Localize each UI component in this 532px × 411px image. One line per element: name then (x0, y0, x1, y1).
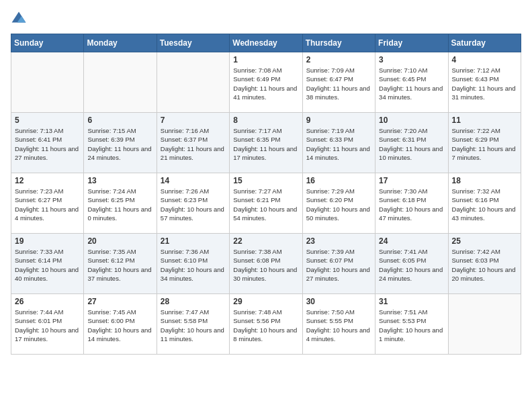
day-number: 13 (87, 176, 152, 185)
day-info: Sunrise: 7:29 AM Sunset: 6:20 PM Dayligh… (306, 187, 371, 222)
calendar-week-row: 12Sunrise: 7:23 AM Sunset: 6:27 PM Dayli… (11, 173, 521, 234)
day-number: 4 (452, 55, 517, 64)
day-number: 3 (379, 55, 444, 64)
day-number: 15 (233, 176, 298, 185)
day-info: Sunrise: 7:17 AM Sunset: 6:35 PM Dayligh… (233, 126, 298, 162)
day-info: Sunrise: 7:41 AM Sunset: 6:05 PM Dayligh… (379, 247, 444, 283)
day-cell: 9Sunrise: 7:19 AM Sunset: 6:33 PM Daylig… (302, 113, 375, 173)
weekday-header: Thursday (302, 34, 375, 52)
day-number: 27 (87, 297, 152, 306)
day-info: Sunrise: 7:10 AM Sunset: 6:45 PM Dayligh… (379, 66, 444, 101)
weekday-header: Monday (84, 34, 157, 52)
day-number: 20 (87, 236, 152, 246)
day-info: Sunrise: 7:51 AM Sunset: 5:53 PM Dayligh… (379, 308, 444, 343)
weekday-header: Tuesday (157, 34, 229, 52)
weekday-header: Wednesday (230, 34, 302, 52)
day-info: Sunrise: 7:08 AM Sunset: 6:49 PM Dayligh… (233, 66, 298, 101)
day-cell: 16Sunrise: 7:29 AM Sunset: 6:20 PM Dayli… (302, 173, 375, 234)
day-cell: 26Sunrise: 7:44 AM Sunset: 6:01 PM Dayli… (11, 294, 84, 355)
day-info: Sunrise: 7:33 AM Sunset: 6:14 PM Dayligh… (15, 247, 80, 283)
day-info: Sunrise: 7:19 AM Sunset: 6:33 PM Dayligh… (306, 126, 371, 162)
day-cell: 7Sunrise: 7:16 AM Sunset: 6:37 PM Daylig… (157, 113, 229, 173)
logo (11, 11, 28, 27)
day-info: Sunrise: 7:16 AM Sunset: 6:37 PM Dayligh… (161, 126, 226, 162)
calendar-body: 1Sunrise: 7:08 AM Sunset: 6:49 PM Daylig… (11, 52, 521, 355)
day-number: 9 (306, 116, 371, 125)
day-info: Sunrise: 7:13 AM Sunset: 6:41 PM Dayligh… (15, 126, 80, 162)
day-cell: 22Sunrise: 7:38 AM Sunset: 6:08 PM Dayli… (230, 234, 302, 294)
day-info: Sunrise: 7:09 AM Sunset: 6:47 PM Dayligh… (306, 66, 371, 101)
day-info: Sunrise: 7:12 AM Sunset: 6:43 PM Dayligh… (452, 66, 517, 101)
day-number: 14 (161, 176, 226, 185)
day-info: Sunrise: 7:35 AM Sunset: 6:12 PM Dayligh… (87, 247, 152, 283)
day-cell: 11Sunrise: 7:22 AM Sunset: 6:29 PM Dayli… (448, 113, 521, 173)
empty-cell (157, 52, 229, 113)
day-info: Sunrise: 7:45 AM Sunset: 6:00 PM Dayligh… (87, 308, 152, 343)
day-number: 11 (452, 116, 517, 125)
day-number: 10 (379, 116, 444, 125)
day-cell: 14Sunrise: 7:26 AM Sunset: 6:23 PM Dayli… (157, 173, 229, 234)
day-number: 7 (161, 116, 226, 125)
day-info: Sunrise: 7:39 AM Sunset: 6:07 PM Dayligh… (306, 247, 371, 283)
day-number: 30 (306, 297, 371, 306)
empty-cell (11, 52, 84, 113)
calendar-week-row: 26Sunrise: 7:44 AM Sunset: 6:01 PM Dayli… (11, 294, 521, 355)
day-cell: 2Sunrise: 7:09 AM Sunset: 6:47 PM Daylig… (302, 52, 375, 113)
day-cell: 12Sunrise: 7:23 AM Sunset: 6:27 PM Dayli… (11, 173, 84, 234)
calendar-week-row: 1Sunrise: 7:08 AM Sunset: 6:49 PM Daylig… (11, 52, 521, 113)
day-cell: 25Sunrise: 7:42 AM Sunset: 6:03 PM Dayli… (448, 234, 521, 294)
day-info: Sunrise: 7:22 AM Sunset: 6:29 PM Dayligh… (452, 126, 517, 162)
day-number: 29 (233, 297, 298, 306)
day-cell: 18Sunrise: 7:32 AM Sunset: 6:16 PM Dayli… (448, 173, 521, 234)
day-info: Sunrise: 7:47 AM Sunset: 5:58 PM Dayligh… (161, 308, 226, 343)
day-cell: 10Sunrise: 7:20 AM Sunset: 6:31 PM Dayli… (375, 113, 448, 173)
empty-cell (84, 52, 157, 113)
day-number: 2 (306, 55, 371, 64)
weekday-header: Friday (375, 34, 448, 52)
day-number: 28 (161, 297, 226, 306)
calendar-week-row: 19Sunrise: 7:33 AM Sunset: 6:14 PM Dayli… (11, 234, 521, 294)
weekday-header: Sunday (11, 34, 84, 52)
calendar-week-row: 5Sunrise: 7:13 AM Sunset: 6:41 PM Daylig… (11, 113, 521, 173)
day-cell: 30Sunrise: 7:50 AM Sunset: 5:55 PM Dayli… (302, 294, 375, 355)
day-cell: 23Sunrise: 7:39 AM Sunset: 6:07 PM Dayli… (302, 234, 375, 294)
day-cell: 4Sunrise: 7:12 AM Sunset: 6:43 PM Daylig… (448, 52, 521, 113)
day-number: 5 (15, 116, 80, 125)
day-cell: 19Sunrise: 7:33 AM Sunset: 6:14 PM Dayli… (11, 234, 84, 294)
day-cell: 8Sunrise: 7:17 AM Sunset: 6:35 PM Daylig… (230, 113, 302, 173)
day-info: Sunrise: 7:36 AM Sunset: 6:10 PM Dayligh… (161, 247, 226, 283)
day-cell: 5Sunrise: 7:13 AM Sunset: 6:41 PM Daylig… (11, 113, 84, 173)
day-number: 12 (15, 176, 80, 185)
calendar-table: SundayMondayTuesdayWednesdayThursdayFrid… (11, 34, 521, 355)
logo-icon (11, 11, 27, 27)
day-number: 6 (87, 116, 152, 125)
empty-cell (448, 294, 521, 355)
day-cell: 15Sunrise: 7:27 AM Sunset: 6:21 PM Dayli… (230, 173, 302, 234)
day-number: 26 (15, 297, 80, 306)
day-number: 17 (379, 176, 444, 185)
day-info: Sunrise: 7:27 AM Sunset: 6:21 PM Dayligh… (233, 187, 298, 222)
page-header (11, 11, 521, 27)
day-cell: 21Sunrise: 7:36 AM Sunset: 6:10 PM Dayli… (157, 234, 229, 294)
day-cell: 3Sunrise: 7:10 AM Sunset: 6:45 PM Daylig… (375, 52, 448, 113)
day-info: Sunrise: 7:38 AM Sunset: 6:08 PM Dayligh… (233, 247, 298, 283)
day-number: 8 (233, 116, 298, 125)
day-cell: 28Sunrise: 7:47 AM Sunset: 5:58 PM Dayli… (157, 294, 229, 355)
day-cell: 1Sunrise: 7:08 AM Sunset: 6:49 PM Daylig… (230, 52, 302, 113)
day-info: Sunrise: 7:42 AM Sunset: 6:03 PM Dayligh… (452, 247, 517, 283)
day-info: Sunrise: 7:48 AM Sunset: 5:56 PM Dayligh… (233, 308, 298, 343)
day-cell: 27Sunrise: 7:45 AM Sunset: 6:00 PM Dayli… (84, 294, 157, 355)
day-info: Sunrise: 7:24 AM Sunset: 6:25 PM Dayligh… (87, 187, 152, 222)
day-info: Sunrise: 7:15 AM Sunset: 6:39 PM Dayligh… (87, 126, 152, 162)
day-number: 1 (233, 55, 298, 64)
day-cell: 17Sunrise: 7:30 AM Sunset: 6:18 PM Dayli… (375, 173, 448, 234)
day-info: Sunrise: 7:44 AM Sunset: 6:01 PM Dayligh… (15, 308, 80, 343)
day-number: 22 (233, 236, 298, 246)
day-cell: 13Sunrise: 7:24 AM Sunset: 6:25 PM Dayli… (84, 173, 157, 234)
day-cell: 31Sunrise: 7:51 AM Sunset: 5:53 PM Dayli… (375, 294, 448, 355)
day-number: 19 (15, 236, 80, 246)
day-cell: 20Sunrise: 7:35 AM Sunset: 6:12 PM Dayli… (84, 234, 157, 294)
day-info: Sunrise: 7:50 AM Sunset: 5:55 PM Dayligh… (306, 308, 371, 343)
day-info: Sunrise: 7:26 AM Sunset: 6:23 PM Dayligh… (161, 187, 226, 222)
day-info: Sunrise: 7:32 AM Sunset: 6:16 PM Dayligh… (452, 187, 517, 222)
